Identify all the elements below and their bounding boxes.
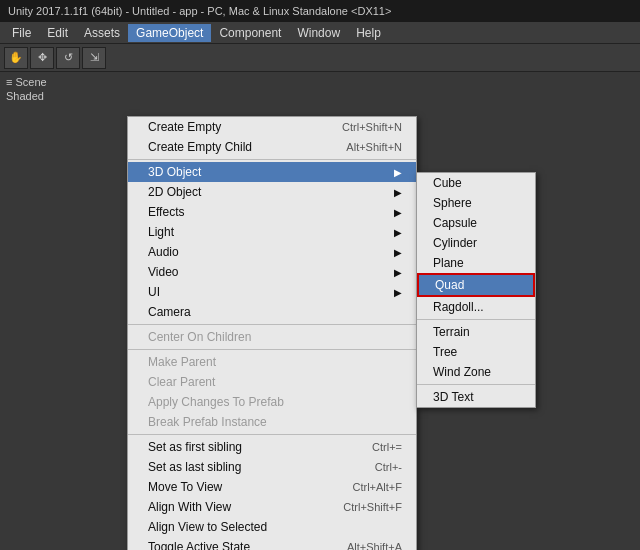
scene-label: ≡ Scene <box>6 76 47 88</box>
menu-apply-changes-to-prefab: Apply Changes To Prefab <box>128 392 416 412</box>
menu-component[interactable]: Component <box>211 24 289 42</box>
submenu-capsule[interactable]: Capsule <box>417 213 535 233</box>
submenu-cube[interactable]: Cube <box>417 173 535 193</box>
menu-make-parent: Make Parent <box>128 352 416 372</box>
menu-align-with-view[interactable]: Align With View Ctrl+Shift+F <box>128 497 416 517</box>
submenu-3d-object: Cube Sphere Capsule Cylinder Plane Quad … <box>416 172 536 408</box>
submenu-3d-text[interactable]: 3D Text <box>417 387 535 407</box>
title-bar: Unity 2017.1.1f1 (64bit) - Untitled - ap… <box>0 0 640 22</box>
toolbar-move[interactable]: ✥ <box>30 47 54 69</box>
menu-video[interactable]: Video ▶ <box>128 262 416 282</box>
submenu-quad[interactable]: Quad <box>417 273 535 297</box>
menu-edit[interactable]: Edit <box>39 24 76 42</box>
submenu-wind-zone[interactable]: Wind Zone <box>417 362 535 382</box>
gameobject-menu: Create Empty Ctrl+Shift+N Create Empty C… <box>127 116 417 550</box>
submenu-ragdoll[interactable]: Ragdoll... <box>417 297 535 317</box>
menu-set-last-sibling[interactable]: Set as last sibling Ctrl+- <box>128 457 416 477</box>
menu-center-on-children: Center On Children <box>128 327 416 347</box>
menu-ui[interactable]: UI ▶ <box>128 282 416 302</box>
toolbar-scale[interactable]: ⇲ <box>82 47 106 69</box>
toolbar-rotate[interactable]: ↺ <box>56 47 80 69</box>
divider-2 <box>128 324 416 325</box>
menu-2d-object[interactable]: 2D Object ▶ <box>128 182 416 202</box>
menu-file[interactable]: File <box>4 24 39 42</box>
toolbar: ✋ ✥ ↺ ⇲ <box>0 44 640 72</box>
menu-light[interactable]: Light ▶ <box>128 222 416 242</box>
submenu-plane[interactable]: Plane <box>417 253 535 273</box>
submenu-terrain[interactable]: Terrain <box>417 322 535 342</box>
menu-camera[interactable]: Camera <box>128 302 416 322</box>
menu-create-empty-child[interactable]: Create Empty Child Alt+Shift+N <box>128 137 416 157</box>
submenu-sphere[interactable]: Sphere <box>417 193 535 213</box>
submenu-divider-2 <box>417 384 535 385</box>
menu-help[interactable]: Help <box>348 24 389 42</box>
submenu-tree[interactable]: Tree <box>417 342 535 362</box>
menu-3d-object[interactable]: 3D Object ▶ <box>128 162 416 182</box>
menu-align-view-to-selected[interactable]: Align View to Selected <box>128 517 416 537</box>
menu-assets[interactable]: Assets <box>76 24 128 42</box>
menu-gameobject[interactable]: GameObject <box>128 24 211 42</box>
menu-effects[interactable]: Effects ▶ <box>128 202 416 222</box>
dropdown-container: Create Empty Ctrl+Shift+N Create Empty C… <box>127 116 417 550</box>
scene-panel: ≡ Scene Shaded Create Empty Ctrl+Shift+N… <box>0 72 640 550</box>
menu-set-first-sibling[interactable]: Set as first sibling Ctrl+= <box>128 437 416 457</box>
menu-bar: File Edit Assets GameObject Component Wi… <box>0 22 640 44</box>
divider-1 <box>128 159 416 160</box>
title-text: Unity 2017.1.1f1 (64bit) - Untitled - ap… <box>8 5 391 17</box>
divider-4 <box>128 434 416 435</box>
menu-move-to-view[interactable]: Move To View Ctrl+Alt+F <box>128 477 416 497</box>
menu-clear-parent: Clear Parent <box>128 372 416 392</box>
scene-shaded: Shaded <box>6 90 44 102</box>
menu-toggle-active-state[interactable]: Toggle Active State Alt+Shift+A <box>128 537 416 550</box>
submenu-divider-1 <box>417 319 535 320</box>
main-area: ≡ Scene Shaded Create Empty Ctrl+Shift+N… <box>0 72 640 550</box>
menu-window[interactable]: Window <box>289 24 348 42</box>
submenu-cylinder[interactable]: Cylinder <box>417 233 535 253</box>
toolbar-hand[interactable]: ✋ <box>4 47 28 69</box>
divider-3 <box>128 349 416 350</box>
menu-create-empty[interactable]: Create Empty Ctrl+Shift+N <box>128 117 416 137</box>
menu-break-prefab-instance: Break Prefab Instance <box>128 412 416 432</box>
menu-audio[interactable]: Audio ▶ <box>128 242 416 262</box>
